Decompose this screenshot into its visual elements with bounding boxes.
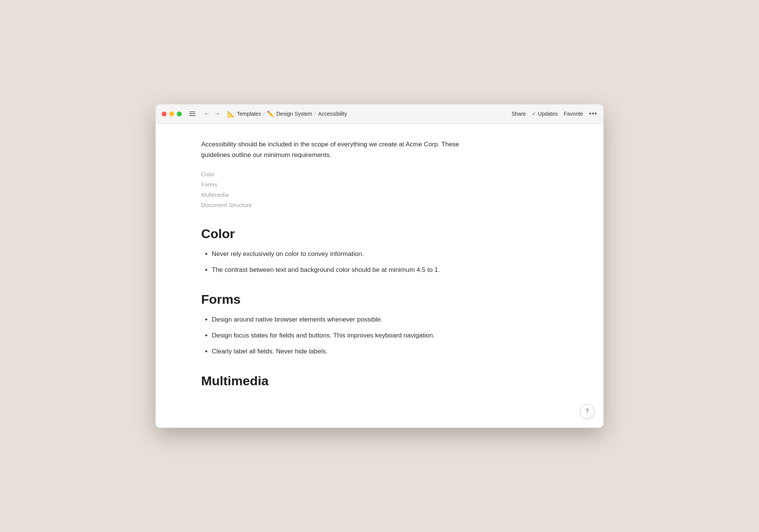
app-window: ← → 📐 Templates / ✏️ Design System / Acc… [156,104,603,428]
color-list-item-1: Never rely exclusively on color to conve… [212,249,558,259]
breadcrumb-templates-label: Templates [237,111,261,117]
toc-item-color[interactable]: Color [201,171,558,177]
menu-icon[interactable] [188,110,197,118]
breadcrumb-accessibility: Accessibility [318,111,347,117]
updates-label: Updates [538,111,557,117]
forms-list-item-2: Design focus states for fields and butto… [212,330,558,341]
forward-button[interactable]: → [213,110,222,118]
multimedia-section-title: Multimedia [201,373,558,388]
back-button[interactable]: ← [202,110,211,118]
toc-item-forms[interactable]: Forms [201,181,558,188]
nav-arrows: ← → [202,110,222,118]
table-of-contents: Color Forms Multimedia Document Structur… [201,171,558,208]
titlebar-left: ← → 📐 Templates / ✏️ Design System / Acc… [162,110,347,118]
color-section: Color Never rely exclusively on color to… [201,226,558,275]
favorite-button[interactable]: Favorite [564,111,583,117]
toc-item-document-structure[interactable]: Document Structure [201,202,558,208]
updates-button[interactable]: ✓ Updates [532,111,557,117]
forms-section-list: Design around native browser elements wh… [201,314,558,357]
forms-list-item-1: Design around native browser elements wh… [212,314,558,325]
help-label: ? [586,408,589,415]
breadcrumb: 📐 Templates / ✏️ Design System / Accessi… [227,110,347,118]
color-section-list: Never rely exclusively on color to conve… [201,249,558,275]
templates-icon: 📐 [227,110,235,118]
breadcrumb-design-system-label: Design System [276,111,312,117]
titlebar-right: Share ✓ Updates Favorite ••• [512,110,597,118]
titlebar: ← → 📐 Templates / ✏️ Design System / Acc… [156,104,603,124]
page-description: Accessibility should be included in the … [201,139,490,160]
check-icon: ✓ [532,111,536,117]
color-section-title: Color [201,226,558,241]
color-list-item-2: The contrast between text and background… [212,265,558,275]
share-label: Share [512,111,526,117]
content-wrapper: Accessibility should be included in the … [156,124,603,428]
share-button[interactable]: Share [512,111,526,117]
multimedia-section: Multimedia [201,373,558,388]
breadcrumb-templates[interactable]: 📐 Templates [227,110,261,118]
minimize-button[interactable] [169,111,174,116]
main-content: Accessibility should be included in the … [156,124,603,428]
forms-list-item-3: Clearly label all fields. Never hide lab… [212,346,558,357]
breadcrumb-sep-1: / [263,111,265,117]
breadcrumb-design-system[interactable]: ✏️ Design System [267,110,312,118]
close-button[interactable] [162,111,167,116]
maximize-button[interactable] [177,111,182,116]
favorite-label: Favorite [564,111,583,117]
forms-section: Forms Design around native browser eleme… [201,292,558,357]
more-button[interactable]: ••• [589,110,597,118]
help-button[interactable]: ? [580,404,594,419]
design-system-icon: ✏️ [267,110,274,118]
traffic-lights [162,111,182,116]
breadcrumb-sep-2: / [315,111,316,117]
forms-section-title: Forms [201,292,558,307]
toc-item-multimedia[interactable]: Multimedia [201,191,558,198]
more-label: ••• [589,110,597,118]
breadcrumb-accessibility-label: Accessibility [318,111,347,117]
